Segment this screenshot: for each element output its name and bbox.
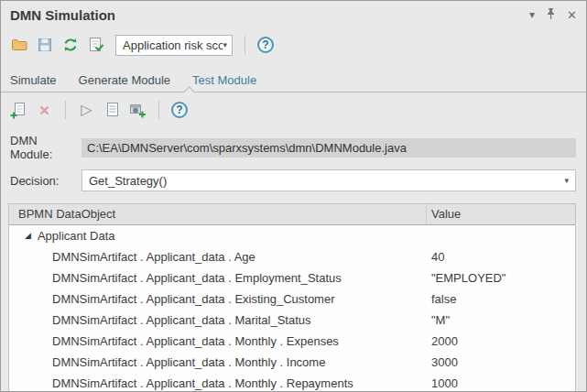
toolbar-separator: [245, 36, 245, 54]
document-icon: [104, 102, 121, 118]
main-toolbar: Application risk score ▾ ?: [1, 28, 586, 61]
save-icon: [37, 37, 53, 53]
dataobject-name: DMNSimArtifact . Applicant_data . Monthl…: [9, 352, 427, 373]
dmn-simulation-window: DMN Simulation ▾ ✕: [0, 0, 587, 392]
decision-row: Decision: Get_Strategy() ▾: [10, 169, 576, 191]
open-file-button[interactable]: [10, 37, 27, 54]
decision-select[interactable]: Get_Strategy() ▾: [82, 169, 576, 191]
table-row[interactable]: DMNSimArtifact . Applicant_data . Marita…: [9, 310, 575, 331]
table-row[interactable]: DMNSimArtifact . Applicant_data . Existi…: [9, 289, 575, 310]
dataobject-table: BPMN DataObject Value ◢ Applicant Data D…: [8, 203, 576, 392]
close-button[interactable]: ✕: [567, 9, 577, 21]
dataobject-name: DMNSimArtifact . Applicant_data . Existi…: [9, 289, 427, 310]
tab-simulate[interactable]: Simulate: [10, 73, 57, 87]
tab-generate-module[interactable]: Generate Module: [79, 73, 170, 87]
test-module-toolbar: ✕ ▷ ?: [1, 93, 586, 127]
dataobject-value: 1000: [427, 373, 575, 392]
pin-icon: [546, 7, 556, 20]
titlebar: DMN Simulation ▾ ✕: [1, 1, 586, 28]
dataobject-name: DMNSimArtifact . Applicant_data . Marita…: [9, 310, 427, 331]
dataobject-value: "EMPLOYED": [427, 267, 575, 289]
dmn-module-row: DMN Module: C:\EA\DMNServer\com\sparxsys…: [10, 134, 576, 161]
gear-plus-icon: [129, 102, 147, 119]
add-test-button[interactable]: [10, 102, 27, 119]
help-button[interactable]: ?: [257, 37, 274, 53]
play-icon: ▷: [81, 103, 92, 117]
decision-label: Decision:: [10, 174, 82, 188]
view-log-button[interactable]: [103, 102, 121, 119]
window-menu-button[interactable]: ▾: [529, 9, 535, 20]
toolbar-separator: [158, 101, 159, 119]
group-row-applicant-data[interactable]: ◢ Applicant Data: [9, 225, 575, 246]
chevron-down-icon: ▾: [564, 176, 569, 185]
chevron-down-icon: ▾: [529, 8, 535, 21]
refresh-icon: [62, 37, 79, 53]
decision-service-value: Application risk score: [123, 38, 223, 52]
dataobject-name: DMNSimArtifact . Applicant_data . Age: [9, 246, 427, 267]
validate-document-icon: [88, 37, 104, 53]
collapse-expander-icon[interactable]: ◢: [25, 232, 31, 240]
run-test-button[interactable]: ▷: [78, 102, 95, 119]
close-icon: ✕: [567, 8, 577, 22]
chevron-down-icon: ▾: [223, 40, 227, 49]
window-controls: ▾ ✕: [529, 1, 577, 28]
dataobject-name: DMNSimArtifact . Applicant_data . Monthl…: [9, 373, 427, 392]
table-header: BPMN DataObject Value: [9, 204, 575, 225]
table-row[interactable]: DMNSimArtifact . Applicant_data . Monthl…: [9, 352, 575, 373]
window-title: DMN Simulation: [10, 7, 115, 23]
folder-icon: [11, 37, 27, 53]
help-button[interactable]: ?: [171, 102, 188, 118]
validate-button[interactable]: [87, 37, 104, 54]
delete-x-icon: ✕: [38, 103, 50, 117]
group-label: Applicant Data: [38, 225, 115, 246]
dataobject-value: false: [427, 289, 575, 310]
help-icon: ?: [176, 103, 182, 116]
tab-underline: [1, 92, 586, 93]
tab-bar: Simulate Generate Module Test Module: [1, 61, 586, 92]
table-row[interactable]: DMNSimArtifact . Applicant_data . Age 40: [9, 246, 575, 267]
document-plus-icon: [10, 102, 27, 119]
generate-module-button[interactable]: [129, 102, 147, 119]
dataobject-value: 3000: [427, 352, 575, 373]
save-button[interactable]: [36, 37, 53, 54]
dataobject-value: 40: [427, 246, 575, 267]
column-header-value[interactable]: Value: [427, 204, 575, 224]
decision-value: Get_Strategy(): [89, 174, 564, 188]
table-row[interactable]: DMNSimArtifact . Applicant_data . Monthl…: [9, 331, 575, 352]
dataobject-value: 2000: [427, 331, 575, 352]
help-icon: ?: [262, 38, 268, 51]
dmn-module-label: DMN Module:: [10, 134, 82, 161]
toolbar-separator: [65, 101, 66, 119]
group-value: [427, 225, 575, 246]
dataobject-value: "M": [427, 310, 575, 331]
table-body: ◢ Applicant Data DMNSimArtifact . Applic…: [9, 225, 575, 392]
tab-test-module[interactable]: Test Module: [192, 73, 256, 87]
dmn-module-path-field: C:\EA\DMNServer\com\sparxsystems\dmn\DMN…: [82, 138, 576, 158]
column-header-dataobject[interactable]: BPMN DataObject: [9, 204, 427, 224]
dataobject-name: DMNSimArtifact . Applicant_data . Monthl…: [9, 331, 427, 352]
refresh-button[interactable]: [61, 37, 79, 54]
dataobject-name: DMNSimArtifact . Applicant_data . Employ…: [9, 267, 427, 289]
pin-button[interactable]: [546, 7, 556, 22]
table-row[interactable]: DMNSimArtifact . Applicant_data . Monthl…: [9, 373, 575, 392]
decision-service-select[interactable]: Application risk score ▾: [115, 35, 233, 56]
delete-test-button[interactable]: ✕: [36, 102, 53, 119]
table-row[interactable]: DMNSimArtifact . Applicant_data . Employ…: [9, 267, 575, 289]
